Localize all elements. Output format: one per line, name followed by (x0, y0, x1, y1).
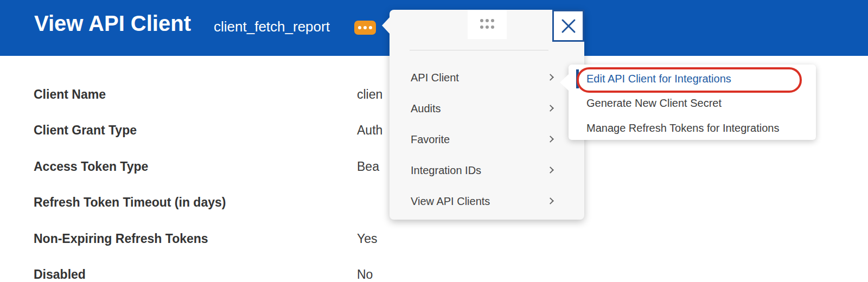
field-label-non-expiring-refresh-tokens: Non-Expiring Refresh Tokens (34, 231, 208, 246)
menu-item-favorite[interactable]: Favorite (390, 129, 584, 150)
field-value-client-grant-type: Auth (357, 123, 382, 138)
menu-item-integration-ids[interactable]: Integration IDs (390, 159, 584, 181)
field-label-refresh-token-timeout: Refresh Token Timeout (in days) (34, 195, 226, 210)
popup-arrow (382, 17, 390, 34)
chevron-right-icon (547, 166, 554, 174)
chevron-right-icon (547, 105, 554, 112)
selected-item-bar (576, 69, 579, 88)
close-button[interactable] (552, 10, 584, 42)
field-label-access-token-type: Access Token Type (34, 159, 148, 174)
close-icon (561, 18, 576, 34)
field-value-access-token-type: Bea (357, 159, 379, 174)
field-value-client-name: clien (357, 87, 382, 102)
field-label-client-grant-type: Client Grant Type (34, 123, 137, 138)
submenu-item-edit-api-client[interactable]: Edit API Client for Integrations (586, 72, 731, 86)
drag-handle[interactable] (468, 10, 507, 39)
menu-item-view-api-clients[interactable]: View API Clients (390, 190, 584, 212)
drag-dots-icon (480, 19, 494, 29)
field-value-disabled: No (357, 267, 373, 282)
api-client-submenu: Edit API Client for Integrations Generat… (569, 65, 816, 140)
submenu-item-generate-new-client-secret[interactable]: Generate New Client Secret (586, 96, 722, 110)
page: View API Client client_fetch_report Clie… (0, 0, 868, 282)
page-title: View API Client (34, 11, 191, 36)
chevron-right-icon (547, 136, 554, 143)
field-label-disabled: Disabled (34, 267, 86, 282)
chevron-right-icon (547, 197, 554, 204)
field-label-client-name: Client Name (34, 87, 106, 102)
related-actions-menu: API Client Audits Favorite Integration I… (390, 10, 584, 220)
menu-item-audits[interactable]: Audits (390, 98, 584, 119)
object-name: client_fetch_report (214, 18, 330, 35)
related-actions-button[interactable] (354, 21, 376, 35)
submenu-arrow (560, 74, 569, 91)
menu-item-api-client[interactable]: API Client (390, 67, 584, 88)
chevron-right-icon (547, 74, 554, 81)
menu-divider (410, 50, 548, 50)
field-value-non-expiring-refresh-tokens: Yes (357, 231, 378, 246)
ellipsis-icon (358, 26, 361, 29)
submenu-item-manage-refresh-tokens[interactable]: Manage Refresh Tokens for Integrations (586, 121, 779, 135)
